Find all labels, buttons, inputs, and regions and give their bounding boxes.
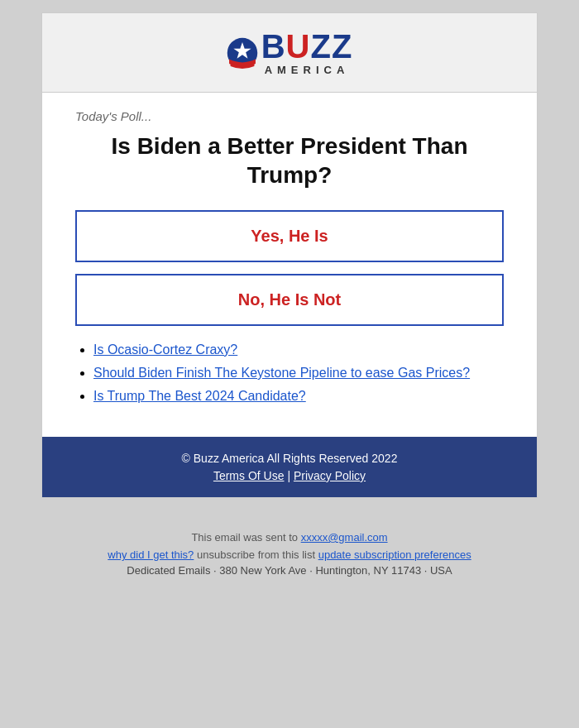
logo-text-block: BUZZ AMERICA — [261, 30, 353, 75]
update-prefs-link[interactable]: update subscription preferences — [318, 548, 471, 561]
related-links-list: Is Ocasio-Cortez Craxy? Should Biden Fin… — [75, 342, 504, 404]
link-ocasio[interactable]: Is Ocasio-Cortez Craxy? — [93, 342, 237, 357]
logo-america-text: AMERICA — [265, 65, 350, 75]
body-content: Today's Poll... Is Biden a Better Presid… — [42, 93, 537, 437]
poll-question: Is Biden a Better President Than Trump? — [75, 132, 504, 189]
footer-links: Terms Of Use | Privacy Policy — [50, 469, 529, 482]
footer-separator: | — [287, 469, 290, 482]
star-icon — [227, 37, 258, 69]
terms-link[interactable]: Terms Of Use — [213, 469, 285, 482]
list-item: Is Ocasio-Cortez Craxy? — [93, 342, 504, 357]
email-sent-row: This email was sent to xxxxx@gmail.com — [50, 531, 529, 544]
no-button[interactable]: No, He Is Not — [75, 274, 504, 326]
sent-text: This email was sent to — [191, 531, 298, 544]
privacy-link[interactable]: Privacy Policy — [294, 469, 366, 482]
link-trump-2024[interactable]: Is Trump The Best 2024 Candidate? — [93, 389, 306, 403]
email-link[interactable]: xxxxx@gmail.com — [301, 531, 388, 544]
logo-red-u: U — [286, 28, 311, 65]
unsubscribe-label: unsubscribe from this list — [197, 548, 315, 561]
list-item: Should Biden Finish The Keystone Pipelin… — [93, 366, 504, 381]
yes-button[interactable]: Yes, He Is — [75, 210, 504, 262]
list-item: Is Trump The Best 2024 Candidate? — [93, 389, 504, 404]
copyright-text: © Buzz America All Rights Reserved 2022 — [50, 452, 529, 465]
link-keystone[interactable]: Should Biden Finish The Keystone Pipelin… — [93, 366, 470, 380]
why-link[interactable]: why did I get this? — [108, 548, 194, 561]
address-row: Dedicated Emails · 380 New York Ave · Hu… — [50, 564, 529, 577]
bottom-area: This email was sent to xxxxx@gmail.com w… — [41, 498, 538, 593]
logo-container: BUZZ AMERICA — [227, 30, 353, 75]
footer-bar: © Buzz America All Rights Reserved 2022 … — [42, 437, 537, 497]
today-poll-label: Today's Poll... — [75, 109, 504, 123]
logo-area: BUZZ AMERICA — [42, 13, 537, 93]
logo-buzz-text: BUZZ — [261, 30, 353, 63]
manage-links-row: why did I get this? unsubscribe from thi… — [50, 548, 529, 561]
